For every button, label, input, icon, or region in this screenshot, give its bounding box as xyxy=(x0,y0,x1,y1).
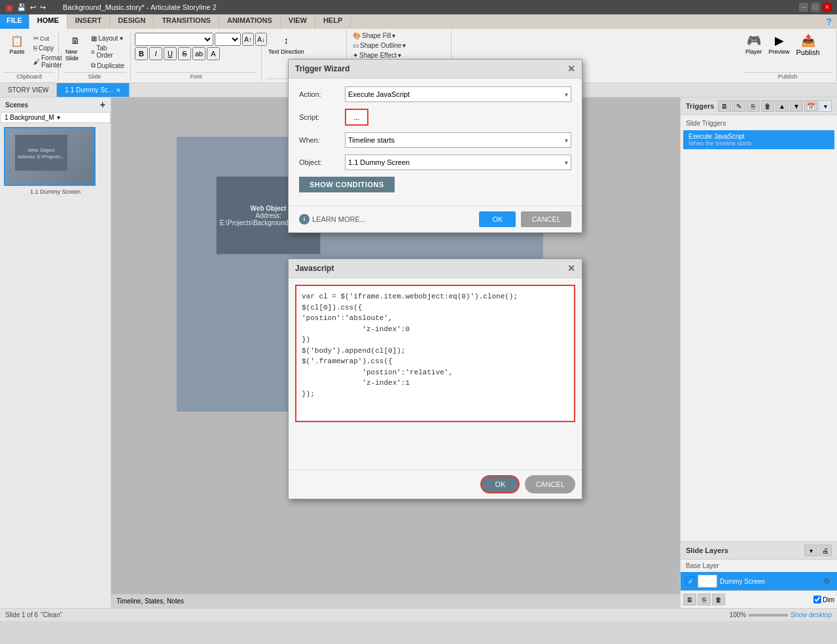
layer-gear-icon[interactable]: ⚙ xyxy=(821,576,832,586)
scenes-add-btn[interactable]: + xyxy=(100,99,105,110)
quick-access-undo[interactable]: ↩ xyxy=(30,3,36,12)
js-dialog-extra-space xyxy=(289,430,582,469)
triggers-calendar-btn[interactable]: 📅 xyxy=(804,100,817,112)
trigger-cancel-btn[interactable]: CANCEL xyxy=(521,211,571,227)
layout-btn[interactable]: ▦ Layout ▾ xyxy=(89,34,126,43)
slide-tab-close[interactable]: ✕ xyxy=(116,87,121,94)
scenes-dropdown[interactable]: 1 Background_M ▾ xyxy=(0,112,111,123)
slide-group: 🗎 New Slide ▦ Layout ▾ ≡ Tab Order ⧉ Dup… xyxy=(59,30,131,81)
quick-access-redo[interactable]: ↪ xyxy=(40,3,46,12)
tab-story-view[interactable]: STORY VIEW xyxy=(0,83,57,97)
status-left: Slide 1 of 6 "Clean" xyxy=(5,611,62,618)
slide-thumbnail[interactable]: Web Object Address: E:\Projects\... xyxy=(4,127,96,186)
font-size-select[interactable] xyxy=(215,33,241,46)
minimize-btn[interactable]: ─ xyxy=(799,3,808,12)
base-layer-item[interactable]: ✓ Dummy Screen ⚙ xyxy=(681,572,837,590)
triggers-title: Triggers xyxy=(686,102,714,110)
tab-order-btn[interactable]: ≡ Tab Order xyxy=(89,44,126,60)
duplicate-btn[interactable]: ⧉ Duplicate xyxy=(89,61,126,70)
tab-file[interactable]: FILE xyxy=(0,14,29,29)
when-select[interactable]: Timeline starts ▾ xyxy=(345,132,571,148)
tab-insert[interactable]: INSERT xyxy=(67,14,110,29)
layer-delete-btn[interactable]: 🗑 xyxy=(712,594,725,605)
tab-help[interactable]: HELP xyxy=(315,14,351,29)
close-btn[interactable]: ✕ xyxy=(823,3,832,12)
layers-print-btn[interactable]: 🖨 xyxy=(819,545,832,556)
layer-copy-btn[interactable]: ⎘ xyxy=(698,594,711,605)
underline-btn[interactable]: U xyxy=(164,47,177,60)
trigger-wizard-dialog: Trigger Wizard ✕ Action: Execute JavaScr… xyxy=(288,59,582,233)
preview-btn[interactable]: ▶ Preview xyxy=(766,31,792,56)
trigger-item-0[interactable]: Execute JavaScript When the timeline sta… xyxy=(683,130,834,149)
script-btn-label: ... xyxy=(353,113,359,121)
zoom-slider[interactable] xyxy=(749,614,788,617)
publish-label: Publish xyxy=(743,72,832,80)
grow-font-btn[interactable]: A↑ xyxy=(242,33,254,46)
triggers-copy-btn[interactable]: ⎘ xyxy=(747,100,760,112)
layer-add-btn[interactable]: 🗎 xyxy=(683,594,696,605)
triggers-down-btn[interactable]: ▼ xyxy=(790,100,803,112)
maximize-btn[interactable]: □ xyxy=(811,3,820,12)
show-conditions-btn[interactable]: SHOW CONDITIONS xyxy=(299,177,395,192)
js-cancel-btn[interactable]: CANCEL xyxy=(525,475,575,493)
text-direction-icon: ↕ xyxy=(278,33,294,48)
strikethrough-btn[interactable]: S xyxy=(178,47,191,60)
tab-transitions[interactable]: TRANSITIONS xyxy=(154,14,219,29)
player-icon: 🎮 xyxy=(746,33,762,48)
shape-outline-btn[interactable]: ▭ Shape Outline ▾ xyxy=(351,41,408,50)
text-direction-btn[interactable]: ↕ Text Direction xyxy=(266,31,307,56)
triggers-edit-btn[interactable]: ✎ xyxy=(732,100,745,112)
script-btn[interactable]: ... xyxy=(345,109,368,126)
layer-checkbox[interactable]: Dim xyxy=(813,594,834,605)
layers-toolbar: ▾ 🖨 xyxy=(804,545,832,556)
layout-label: Layout ▾ xyxy=(98,35,123,42)
js-ok-btn[interactable]: OK xyxy=(480,475,520,493)
triggers-delete-btn[interactable]: 🗑 xyxy=(761,100,774,112)
triggers-new-btn[interactable]: 🗎 xyxy=(718,100,731,112)
show-desktop[interactable]: Show desktop xyxy=(791,611,832,618)
clipboard-label: Clipboard xyxy=(4,72,54,80)
slide-layers-section: Slide Layers ▾ 🖨 Base Layer ✓ Dummy Scre… xyxy=(681,541,837,608)
code-editor[interactable]: var cl = $('iframe.item.webobject:eq(0)'… xyxy=(295,285,575,422)
new-slide-btn[interactable]: 🗎 New Slide xyxy=(63,31,88,63)
layer-tools: 🗎 ⎘ 🗑 Dim xyxy=(681,590,837,608)
quick-access-save[interactable]: 💾 xyxy=(17,3,26,12)
publish-btn[interactable]: 📤 Publish xyxy=(794,31,823,58)
trigger-wizard-close[interactable]: ✕ xyxy=(567,63,575,74)
shape-effect-label: Shape Effect xyxy=(359,52,397,59)
learn-more-link[interactable]: i LEARN MORE... xyxy=(299,214,366,224)
shape-fill-btn[interactable]: 🎨 Shape Fill ▾ xyxy=(351,31,397,40)
tab-order-icon: ≡ xyxy=(91,48,95,56)
tab-design[interactable]: DESIGN xyxy=(110,14,154,29)
player-btn[interactable]: 🎮 Player xyxy=(743,31,765,56)
tab-slide-view[interactable]: 1.1 Dummy Sc... ✕ xyxy=(57,83,130,97)
slide-thumbnail-wrapper: Web Object Address: E:\Projects\... xyxy=(4,127,107,186)
clipboard-group: 📋 Paste ✂ Cut ⎘ Copy 🖌 Format Painter xyxy=(0,30,59,81)
action-select[interactable]: Execute JavaScript ▾ xyxy=(345,86,571,102)
object-label: Object: xyxy=(299,158,345,166)
tab-view[interactable]: VIEW xyxy=(281,14,315,29)
action-select-arrow: ▾ xyxy=(565,91,568,98)
copy-label: Copy xyxy=(39,45,54,52)
tab-home[interactable]: HOME xyxy=(29,14,67,29)
triggers-up-btn[interactable]: ▲ xyxy=(775,100,789,112)
font-family-select[interactable] xyxy=(135,33,213,46)
text-shadow-btn[interactable]: ab xyxy=(192,47,205,60)
js-dialog-close[interactable]: ✕ xyxy=(567,263,575,274)
triggers-dropdown-btn[interactable]: ▾ xyxy=(819,100,832,112)
help-btn[interactable]: ? xyxy=(821,14,837,29)
trigger-ok-btn[interactable]: OK xyxy=(479,211,516,227)
layer-visible-checkbox[interactable]: ✓ xyxy=(686,577,695,586)
tab-animations[interactable]: ANIMATIONS xyxy=(219,14,281,29)
app-title: Background_Music.story* - Articulate Sto… xyxy=(63,3,217,11)
action-value: Execute JavaScript xyxy=(348,90,410,98)
layers-dropdown-btn[interactable]: ▾ xyxy=(804,545,817,556)
paste-btn[interactable]: 📋 Paste xyxy=(4,31,30,56)
clean-state: "Clean" xyxy=(41,611,62,618)
bold-btn[interactable]: B xyxy=(135,47,148,60)
font-color-btn[interactable]: A xyxy=(207,47,220,60)
layer-thumbnail xyxy=(698,575,717,588)
object-select[interactable]: 1.1 Dummy Screen ▾ xyxy=(345,154,571,170)
dim-checkbox[interactable] xyxy=(813,596,821,603)
italic-btn[interactable]: I xyxy=(149,47,162,60)
